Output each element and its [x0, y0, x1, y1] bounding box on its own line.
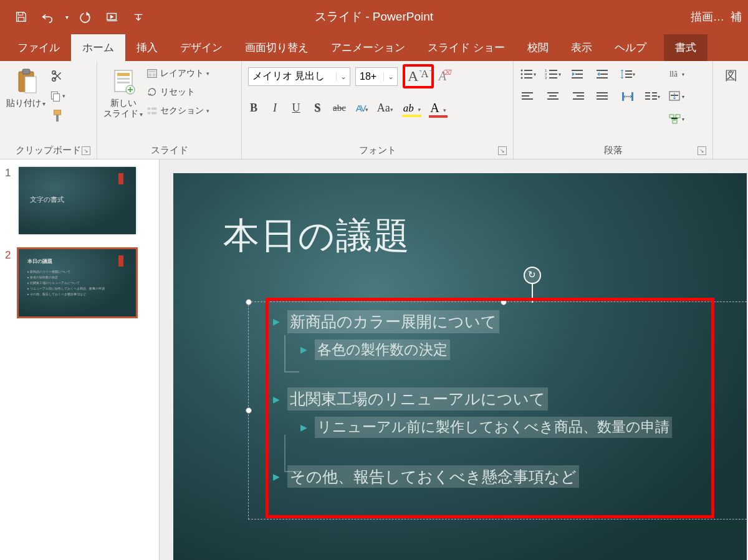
text-direction-button[interactable]: llâ▾: [668, 67, 684, 82]
numbering-button[interactable]: 123▾: [545, 67, 561, 82]
thumb-2-content: ▸ 新商品のカラー展開について ▸ 各色の製作数の決定 ▸ 北関東工場のリニュー…: [27, 269, 127, 297]
handle-tm[interactable]: [501, 299, 507, 305]
reset-button[interactable]: リセット: [146, 87, 209, 98]
svg-rect-39: [572, 77, 583, 78]
bold-button[interactable]: B: [248, 102, 259, 115]
font-size-combo[interactable]: ⌄: [355, 67, 398, 86]
content-list[interactable]: ▶新商品のカラー展開について ▶各色の製作数の決定 ▶北関東工場のリニューアルに…: [273, 310, 734, 494]
increase-font-size-button[interactable]: A: [408, 68, 418, 85]
svg-rect-40: [597, 70, 608, 71]
decrease-font-size-button[interactable]: A: [421, 68, 428, 85]
align-right-button[interactable]: [570, 89, 586, 104]
align-text-button[interactable]: ▾: [668, 89, 684, 104]
svg-rect-26: [524, 70, 532, 71]
change-case-button[interactable]: Aa▾: [377, 102, 393, 115]
svg-rect-41: [600, 74, 608, 75]
bullet-3[interactable]: その他、報告しておくべき懸念事項など: [287, 465, 579, 488]
paragraph-dialog-launcher[interactable]: [698, 146, 706, 155]
thumbnail-2[interactable]: 2 本日の議題 ▸ 新商品のカラー展開について ▸ 各色の製作数の決定 ▸ 北関…: [5, 249, 154, 316]
highlight-color-button[interactable]: ab▾: [403, 102, 421, 115]
thumb-2-number: 2: [5, 249, 15, 262]
bullet-1[interactable]: 新商品のカラー展開について: [287, 310, 499, 333]
tab-help[interactable]: ヘルプ: [603, 34, 658, 61]
shapes-icon[interactable]: 図: [723, 68, 739, 83]
save-icon[interactable]: [10, 6, 32, 28]
group-paragraph: ▾ 123▾ ▾ ▾ llâ▾ ▾ ▾: [514, 61, 713, 159]
ribbon-tabs: ファイル ホーム 挿入 デザイン 画面切り替え アニメーション スライド ショー…: [0, 34, 748, 61]
bullets-button[interactable]: ▾: [520, 67, 536, 82]
section-button[interactable]: セクション▾: [146, 105, 209, 116]
handle-tl[interactable]: [246, 299, 252, 305]
bullet-2[interactable]: 北関東工場のリニューアルについて: [287, 387, 548, 411]
tab-transitions[interactable]: 画面切り替え: [234, 34, 320, 61]
italic-button[interactable]: I: [269, 102, 280, 115]
group-clipboard: 貼り付け クリップボード: [0, 61, 97, 159]
columns-button[interactable]: ▾: [645, 89, 661, 104]
thumb-2-preview[interactable]: 本日の議題 ▸ 新商品のカラー展開について ▸ 各色の製作数の決定 ▸ 北関東工…: [19, 249, 136, 316]
new-slide-button[interactable]: 新しい スライド: [103, 64, 143, 119]
font-dialog-launcher[interactable]: [498, 146, 507, 155]
underline-button[interactable]: U: [290, 102, 302, 115]
start-from-beginning-icon[interactable]: [101, 6, 123, 28]
thumb-1-preview[interactable]: 文字の書式: [19, 167, 136, 234]
align-left-button[interactable]: [520, 89, 536, 104]
qat-customize-icon[interactable]: [127, 6, 150, 28]
svg-rect-36: [549, 77, 557, 78]
handle-ml[interactable]: [246, 407, 252, 414]
svg-rect-42: [597, 77, 608, 78]
tab-review[interactable]: 校閲: [516, 34, 560, 61]
tab-view[interactable]: 表示: [560, 34, 603, 61]
layout-button[interactable]: レイアウト▾: [146, 68, 209, 79]
slide-canvas[interactable]: 本日の議題 ▶新商品のカラー展開について ▶各色の製作数の決定 ▶北関東工場のリ…: [173, 173, 747, 560]
svg-rect-5: [25, 77, 36, 93]
clear-formatting-button[interactable]: A: [439, 69, 446, 83]
font-name-input[interactable]: [249, 71, 336, 82]
tab-format[interactable]: 書式: [664, 34, 707, 61]
clipboard-dialog-launcher[interactable]: [82, 146, 90, 155]
svg-rect-50: [549, 95, 557, 97]
svg-rect-11: [56, 115, 59, 121]
rotate-handle[interactable]: [524, 267, 541, 284]
thumbnail-1[interactable]: 1 文字の書式: [5, 167, 154, 234]
svg-rect-44: [625, 74, 632, 75]
font-name-dropdown-icon[interactable]: ⌄: [336, 72, 350, 81]
font-name-combo[interactable]: ⌄: [248, 67, 350, 86]
character-spacing-button[interactable]: AV▾: [356, 103, 367, 113]
tab-design[interactable]: デザイン: [169, 34, 234, 61]
smartart-button[interactable]: ▾: [668, 112, 684, 126]
bullet-1a[interactable]: 各色の製作数の決定: [315, 339, 450, 361]
format-painter-icon[interactable]: [49, 108, 65, 124]
strikethrough-button[interactable]: abc: [333, 103, 346, 113]
decrease-indent-button[interactable]: [570, 67, 586, 82]
cut-icon[interactable]: [49, 68, 65, 84]
tab-home[interactable]: ホーム: [71, 34, 125, 61]
svg-rect-53: [577, 95, 584, 97]
thumbnail-pane: 1 文字の書式 2 本日の議題 ▸ 新商品のカラー展開について ▸ 各色の製作数…: [0, 159, 160, 560]
thumb-1-title: 文字の書式: [30, 195, 64, 204]
undo-icon[interactable]: [36, 6, 59, 28]
text-shadow-button[interactable]: S: [312, 102, 323, 115]
tab-slideshow[interactable]: スライド ショー: [416, 34, 516, 61]
tab-file[interactable]: ファイル: [6, 34, 71, 61]
justify-button[interactable]: [595, 89, 611, 104]
paste-button[interactable]: 貼り付け: [6, 64, 46, 108]
font-color-button[interactable]: A▾: [430, 101, 446, 115]
increase-indent-button[interactable]: [595, 67, 611, 82]
redo-icon[interactable]: [75, 6, 97, 28]
undo-dropdown-icon[interactable]: ▾: [62, 6, 71, 28]
line-spacing-button[interactable]: ▾: [620, 67, 636, 82]
align-center-button[interactable]: [545, 89, 561, 104]
font-size-dropdown-icon[interactable]: ⌄: [383, 72, 397, 81]
slide-title-text[interactable]: 本日の議題: [223, 212, 411, 260]
font-size-input[interactable]: [356, 71, 383, 82]
svg-rect-65: [652, 98, 657, 100]
tab-animations[interactable]: アニメーション: [320, 34, 416, 61]
distribute-button[interactable]: [620, 89, 636, 104]
svg-rect-38: [575, 74, 583, 75]
copy-icon[interactable]: [49, 88, 65, 104]
svg-rect-61: [645, 95, 650, 97]
tab-insert[interactable]: 挿入: [125, 34, 169, 61]
work-area: 1 文字の書式 2 本日の議題 ▸ 新商品のカラー展開について ▸ 各色の製作数…: [0, 159, 748, 560]
svg-rect-47: [522, 95, 529, 97]
bullet-2a[interactable]: リニューアル前に製作しておくべき商品、数量の申請: [315, 417, 672, 438]
